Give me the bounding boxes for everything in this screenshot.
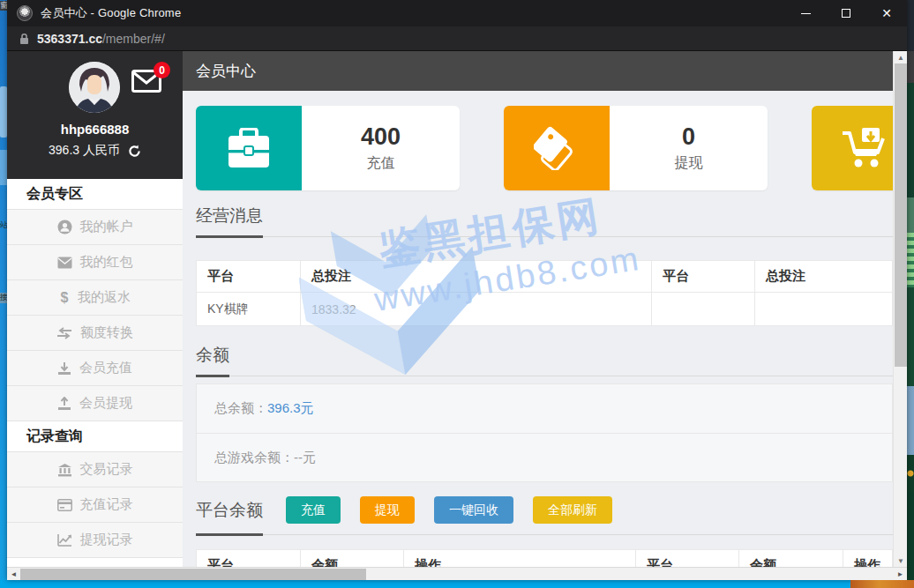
total-balance-label: 总余额： [214, 400, 267, 417]
withdraw-button[interactable]: 提现 [360, 496, 415, 524]
deposit-label: 充值 [367, 154, 395, 173]
sidebar-item-my-account[interactable]: 我的帐户 [7, 210, 183, 245]
card-icon [57, 499, 72, 511]
background-fragment [907, 0, 914, 51]
dollar-icon: $ [59, 290, 70, 305]
sidebar-item-label: 会员充值 [79, 360, 132, 376]
minimize-button[interactable] [785, 0, 826, 26]
scroll-left-arrow[interactable]: ◄ [7, 568, 20, 581]
sidebar-item-member-withdraw[interactable]: 会员提现 [7, 386, 183, 421]
stat-card-cart [812, 106, 893, 190]
site-favicon-icon [17, 5, 33, 21]
cart-card-icon-box [812, 106, 893, 190]
refresh-all-button[interactable]: 全部刷新 [533, 496, 612, 524]
background-fragment [907, 386, 914, 455]
sidebar-item-deposit-records[interactable]: 充值记录 [7, 488, 183, 523]
game-balance-row: 总游戏余额： --元 [197, 433, 892, 481]
vertical-scrollbar[interactable]: ▲ ▼ [893, 51, 907, 567]
page-title: 会员中心 [183, 51, 893, 91]
column-header: 余额 [301, 550, 404, 568]
column-header: 平台 [197, 550, 301, 568]
section-title-platform-balance: 平台余额 [196, 499, 263, 522]
sidebar-item-label: 提现记录 [80, 532, 133, 548]
sidebar-item-withdraw-records[interactable]: 提现记录 [7, 523, 183, 558]
stat-cards: 400 充值 [196, 106, 893, 190]
address-bar[interactable]: 5363371.cc/member/#/ [7, 26, 907, 51]
stat-card-deposit: 400 充值 [196, 106, 460, 190]
vertical-scrollbar-thumb[interactable] [895, 63, 907, 367]
background-fragment [907, 83, 914, 197]
background-fragment [907, 492, 914, 588]
withdraw-label: 提现 [675, 154, 703, 173]
close-button[interactable]: ✕ [866, 0, 907, 26]
withdraw-card-icon-box [504, 106, 610, 190]
horizontal-scrollbar-thumb[interactable] [20, 569, 366, 580]
table-row: KY棋牌 1833.32 [197, 293, 893, 326]
sidebar-menu: 会员专区 我的帐户 我的红包 [7, 179, 183, 567]
maximize-icon [842, 9, 850, 18]
business-table: 平台 总投注 平台 总投注 KY棋牌 1833.32 [196, 260, 893, 326]
maximize-button[interactable] [826, 0, 866, 26]
sidebar-item-quota-transfer[interactable]: 额度转换 [7, 316, 183, 351]
recharge-button[interactable]: 充值 [286, 496, 341, 524]
bank-icon [57, 463, 72, 477]
scroll-right-arrow[interactable]: ► [894, 568, 907, 581]
sidebar: 0 hhp666888 396.3 人民币 会员专区 [7, 51, 183, 567]
browser-window: 会员中心 - Google Chrome ✕ 5363371.cc/member… [7, 0, 907, 580]
sidebar-item-my-redpacket[interactable]: 我的红包 [7, 245, 183, 280]
section-title-balance: 余额 [196, 344, 893, 376]
background-window-left: 窗 站 接 [0, 0, 7, 588]
upload-icon [57, 397, 71, 411]
column-header: 操作 [404, 550, 636, 568]
column-header: 平台 [197, 261, 301, 293]
url-host: 5363371.cc [37, 32, 102, 46]
total-bet-cell: 1833.32 [301, 293, 652, 326]
page-body: 0 hhp666888 396.3 人民币 会员专区 [7, 51, 907, 567]
sidebar-item-label: 交易记录 [80, 461, 133, 478]
main-content: 400 充值 [183, 91, 893, 567]
column-header: 总投注 [755, 261, 893, 293]
sidebar-item-label: 充值记录 [80, 496, 133, 513]
desktop-screen: 窗 站 接 会员中心 - Google Chrome ✕ [0, 0, 914, 588]
background-fragment [907, 51, 914, 83]
background-fragment [907, 197, 914, 233]
menu-header-member-zone: 会员专区 [7, 179, 183, 210]
sidebar-item-label: 我的红包 [80, 254, 133, 271]
mail-button[interactable]: 0 [131, 70, 161, 93]
total-balance-value: 396.3元 [267, 400, 314, 417]
sidebar-item-transaction-records[interactable]: 交易记录 [7, 452, 183, 488]
balance-box: 总余额： 396.3元 总游戏余额： --元 [196, 383, 893, 482]
menu-header-records: 记录查询 [7, 421, 183, 452]
game-balance-label: 总游戏余额： [214, 450, 294, 466]
url-path: /member/#/ [102, 32, 165, 46]
background-fragment: 接 [0, 293, 7, 303]
withdraw-count: 0 [682, 123, 695, 151]
svg-text:$: $ [61, 290, 69, 305]
avatar[interactable] [69, 62, 120, 113]
refresh-icon[interactable] [128, 145, 141, 158]
background-fragment: 窗 [0, 1, 7, 11]
one-key-recover-button[interactable]: 一键回收 [434, 496, 513, 524]
scroll-down-arrow[interactable]: ▼ [894, 555, 907, 567]
sidebar-item-my-rebate[interactable]: $ 我的返水 [7, 280, 183, 316]
window-title: 会员中心 - Google Chrome [41, 5, 181, 21]
briefcase-icon [227, 128, 271, 168]
platform-balance-table: 平台 余额 操作 平台 余额 操作 [196, 549, 893, 567]
chart-icon [57, 533, 72, 547]
background-fragment [907, 287, 914, 386]
sidebar-filler [7, 558, 183, 567]
column-header: 平台 [636, 550, 739, 568]
close-icon: ✕ [881, 7, 892, 19]
horizontal-scrollbar[interactable]: ◄ ► [7, 567, 907, 580]
username: hhp666888 [7, 122, 183, 137]
sidebar-item-label: 额度转换 [80, 324, 133, 341]
background-window-bottom [0, 580, 914, 588]
scroll-up-arrow[interactable]: ▲ [894, 51, 907, 63]
column-header: 余额 [739, 550, 843, 568]
sidebar-item-label: 我的返水 [78, 289, 131, 306]
sidebar-item-label: 我的帐户 [80, 219, 133, 235]
sidebar-item-member-deposit[interactable]: 会员充值 [7, 351, 183, 386]
cart-icon [841, 126, 888, 170]
profile-panel: 0 hhp666888 396.3 人民币 [7, 51, 183, 179]
background-window-right [907, 0, 914, 588]
